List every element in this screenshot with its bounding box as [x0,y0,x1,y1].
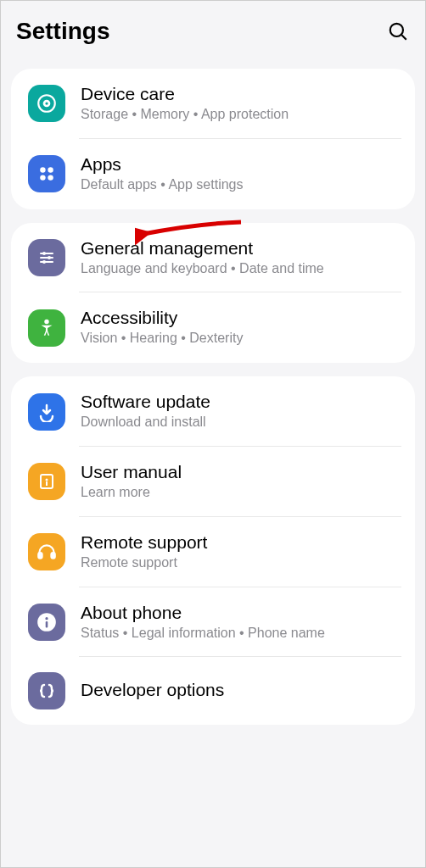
search-icon [387,20,409,42]
settings-item-developer-options[interactable]: Developer options [11,657,415,725]
svg-line-1 [401,35,406,39]
user-manual-icon [28,463,65,500]
page-title: Settings [16,18,109,45]
header: Settings [1,1,425,69]
accessibility-icon [28,309,65,347]
svg-point-7 [40,175,45,181]
item-subtitle: Status • Legal information • Phone name [81,625,398,643]
device-care-icon [28,85,65,122]
search-button[interactable] [386,19,410,43]
svg-point-6 [48,167,53,172]
svg-rect-23 [46,621,48,628]
item-subtitle: Language and keyboard • Date and time [81,260,398,278]
settings-group-3: Software update Download and install Use… [11,376,415,725]
svg-point-22 [45,617,48,620]
settings-group-2: General management Language and keyboard… [11,223,415,364]
item-title: Accessibility [81,308,398,328]
item-title: Developer options [81,680,398,700]
svg-rect-13 [40,261,53,263]
item-title: Remote support [81,532,398,553]
item-subtitle: Download and install [81,414,398,431]
svg-point-5 [40,167,45,172]
settings-item-device-care[interactable]: Device care Storage • Memory • App prote… [11,69,415,139]
item-title: Software update [81,392,398,412]
settings-item-remote-support[interactable]: Remote support Remote support [11,517,415,587]
svg-point-14 [42,260,46,264]
svg-point-12 [48,256,51,259]
svg-point-8 [48,175,53,181]
settings-item-apps[interactable]: Apps Default apps • App settings [11,139,415,209]
software-update-icon [28,393,65,431]
about-phone-icon [28,604,65,641]
settings-group-1: Device care Storage • Memory • App prote… [11,69,415,209]
item-title: Device care [81,84,398,104]
svg-point-4 [45,103,48,105]
svg-rect-9 [40,253,53,254]
item-title: About phone [81,603,398,623]
settings-item-general-management[interactable]: General management Language and keyboard… [11,223,415,293]
settings-item-user-manual[interactable]: User manual Learn more [11,447,415,517]
item-subtitle: Remote support [81,554,398,572]
item-subtitle: Storage • Memory • App protection [81,106,398,124]
item-title: User manual [81,462,398,482]
svg-rect-19 [38,553,42,559]
developer-options-icon [28,672,65,709]
item-title: Apps [81,154,398,175]
svg-point-0 [390,24,403,36]
settings-item-software-update[interactable]: Software update Download and install [11,376,415,447]
svg-rect-11 [40,257,53,259]
svg-point-15 [44,319,48,323]
settings-item-about-phone[interactable]: About phone Status • Legal information •… [11,587,415,658]
svg-rect-18 [46,481,48,486]
apps-icon [28,155,65,192]
svg-rect-20 [51,553,54,559]
svg-point-17 [46,479,48,481]
remote-support-icon [28,533,65,570]
general-management-icon [28,239,65,276]
svg-point-10 [42,252,46,255]
item-title: General management [81,238,398,259]
item-subtitle: Learn more [81,484,398,502]
item-subtitle: Vision • Hearing • Dexterity [81,330,398,348]
settings-item-accessibility[interactable]: Accessibility Vision • Hearing • Dexteri… [11,292,415,363]
item-subtitle: Default apps • App settings [81,176,398,194]
